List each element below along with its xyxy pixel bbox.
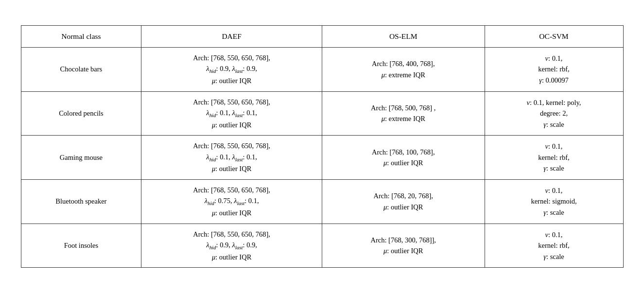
header-oselm: OS-ELM [322, 25, 485, 47]
ocsvm-cell: ν: 0.1,kernel: sigmoid,γ: scale [485, 179, 623, 224]
ocsvm-cell: ν: 0.1,kernel: rbf,γ: scale [485, 224, 623, 268]
table-row: Chocolate barsArch: [768, 550, 650, 768]… [21, 47, 623, 91]
oselm-cell: Arch: [768, 100, 768],μ: outlier IQR [322, 136, 485, 180]
table-row: Bluetooth speakerArch: [768, 550, 650, 7… [21, 179, 623, 224]
oselm-cell: Arch: [768, 500, 768] ,μ: extreme IQR [322, 91, 485, 136]
normal-class-cell: Foot insoles [21, 224, 141, 268]
normal-class-cell: Chocolate bars [21, 47, 141, 91]
normal-class-cell: Bluetooth speaker [21, 179, 141, 224]
ocsvm-cell: ν: 0.1, kernel: poly,degree: 2,γ: scale [485, 91, 623, 136]
main-container: Normal class DAEF OS-ELM OC-SVM Chocolat… [21, 25, 624, 268]
header-ocsvm: OC-SVM [485, 25, 623, 47]
daef-cell: Arch: [768, 550, 650, 768],λhid: 0.9, λl… [141, 47, 322, 91]
daef-cell: Arch: [768, 550, 650, 768],λhid: 0.75, λ… [141, 179, 322, 224]
normal-class-cell: Gaming mouse [21, 136, 141, 180]
daef-cell: Arch: [768, 550, 650, 768],λhid: 0.1, λl… [141, 91, 322, 136]
results-table: Normal class DAEF OS-ELM OC-SVM Chocolat… [21, 25, 624, 268]
ocsvm-cell: ν: 0.1,kernel: rbf,γ: 0.00097 [485, 47, 623, 91]
oselm-cell: Arch: [768, 300, 768]],μ: outlier IQR [322, 224, 485, 268]
daef-cell: Arch: [768, 550, 650, 768],λhid: 0.1, λl… [141, 136, 322, 180]
table-row: Gaming mouseArch: [768, 550, 650, 768],λ… [21, 136, 623, 180]
oselm-cell: Arch: [768, 20, 768],μ: outlier IQR [322, 179, 485, 224]
header-normal-class: Normal class [21, 25, 141, 47]
table-row: Colored pencilsArch: [768, 550, 650, 768… [21, 91, 623, 136]
daef-cell: Arch: [768, 550, 650, 768],λhid: 0.9, λl… [141, 224, 322, 268]
header-row: Normal class DAEF OS-ELM OC-SVM [21, 25, 623, 47]
table-row: Foot insolesArch: [768, 550, 650, 768],λ… [21, 224, 623, 268]
oselm-cell: Arch: [768, 400, 768],μ: extreme IQR [322, 47, 485, 91]
ocsvm-cell: ν: 0.1,kernel: rbf,γ: scale [485, 136, 623, 180]
normal-class-cell: Colored pencils [21, 91, 141, 136]
header-daef: DAEF [141, 25, 322, 47]
